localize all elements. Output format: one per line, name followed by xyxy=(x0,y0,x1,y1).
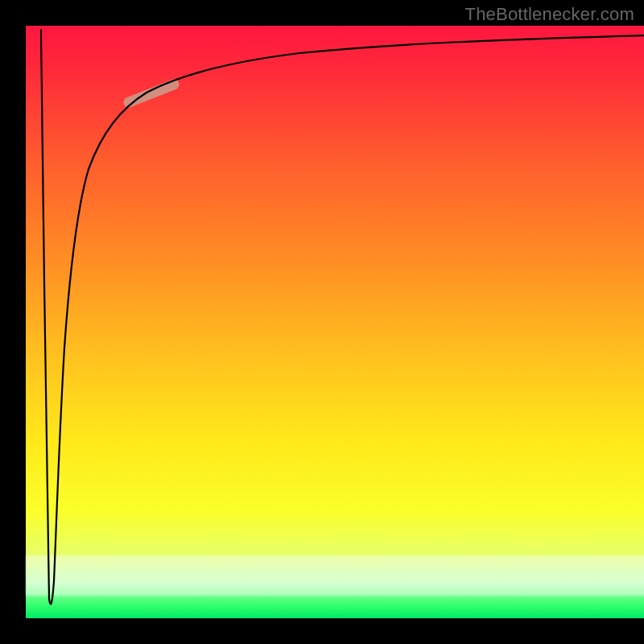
watermark-text: TheBottlenecker.com xyxy=(465,4,634,25)
bottleneck-curve xyxy=(41,30,644,604)
chart-plot-area xyxy=(26,26,644,618)
chart-svg xyxy=(26,26,644,618)
